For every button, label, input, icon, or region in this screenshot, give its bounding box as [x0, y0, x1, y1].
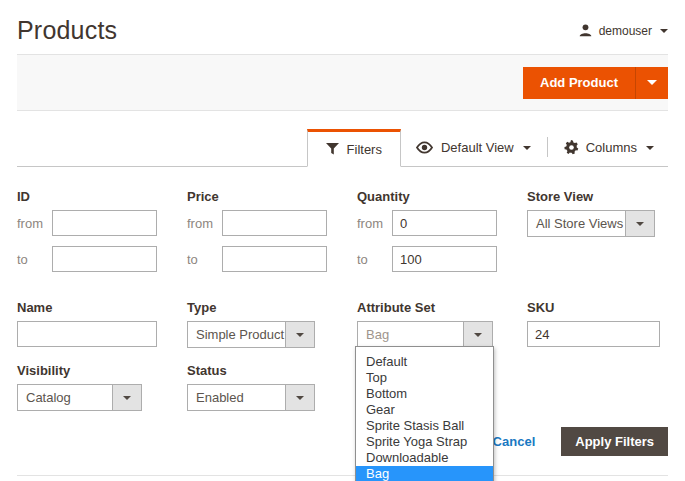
filter-field-type: Type Simple Product	[187, 300, 357, 348]
filter-field-name: Name	[17, 300, 187, 348]
filter-field-status: Status Enabled	[187, 363, 357, 411]
filter-field-id: ID from to	[17, 189, 187, 282]
visibility-select-button[interactable]	[112, 385, 141, 410]
sku-label: SKU	[527, 300, 668, 315]
price-from-label: from	[187, 216, 222, 231]
caret-down-icon	[523, 146, 531, 150]
id-to-label: to	[17, 252, 52, 267]
quantity-from-label: from	[357, 216, 392, 231]
controls-divider	[547, 137, 548, 157]
name-label: Name	[17, 300, 187, 315]
add-product-toggle-button[interactable]	[635, 67, 668, 99]
page-action-bar: Add Product	[17, 54, 668, 111]
default-view-control[interactable]: Default View	[401, 129, 545, 166]
visibility-select[interactable]: Catalog	[17, 384, 142, 411]
dropdown-option-selected[interactable]: Bag	[356, 466, 493, 481]
filter-funnel-icon	[326, 143, 339, 155]
admin-user-menu[interactable]: demouser	[578, 23, 668, 38]
caret-down-icon	[296, 396, 304, 400]
attribute-set-dropdown: Default Top Bottom Gear Sprite Stasis Ba…	[355, 346, 494, 481]
type-label: Type	[187, 300, 357, 315]
filter-field-sku: SKU	[527, 300, 668, 348]
caret-down-icon	[296, 333, 304, 337]
caret-down-icon	[646, 146, 654, 150]
columns-control[interactable]: Columns	[550, 129, 668, 166]
attribute-set-select[interactable]: Bag	[357, 321, 493, 348]
cancel-button[interactable]: Cancel	[493, 434, 536, 449]
dropdown-option[interactable]: Sprite Yoga Strap	[356, 434, 493, 450]
default-view-label: Default View	[441, 140, 514, 155]
quantity-to-input[interactable]	[392, 246, 497, 272]
user-icon	[578, 23, 593, 38]
type-value: Simple Product	[188, 322, 285, 347]
attribute-set-label: Attribute Set	[357, 300, 527, 315]
grid-controls: Filters Default View Columns	[17, 129, 668, 167]
products-page: Products demouser Add Product Filters	[0, 0, 685, 476]
type-select-button[interactable]	[285, 322, 314, 347]
dropdown-option[interactable]: Top	[356, 370, 493, 386]
filter-field-price: Price from to	[187, 189, 357, 282]
apply-filters-button[interactable]: Apply Filters	[561, 427, 668, 456]
price-from-input[interactable]	[222, 210, 327, 236]
price-label: Price	[187, 189, 357, 204]
visibility-label: Visibility	[17, 363, 187, 378]
id-from-label: from	[17, 216, 52, 231]
panel-bottom-divider	[17, 475, 668, 476]
dropdown-option[interactable]: Sprite Stasis Ball	[356, 418, 493, 434]
caret-down-icon	[636, 222, 644, 226]
status-select-button[interactable]	[285, 385, 314, 410]
store-view-label: Store View	[527, 189, 668, 204]
caret-down-icon	[660, 29, 668, 33]
id-label: ID	[17, 189, 187, 204]
store-view-select[interactable]: All Store Views	[527, 210, 655, 237]
add-product-split-button: Add Product	[523, 67, 668, 99]
visibility-value: Catalog	[18, 385, 112, 410]
filter-field-store-view: Store View All Store Views	[527, 189, 668, 282]
dropdown-option[interactable]: Default	[356, 354, 493, 370]
filters-panel: ID from to Price from to	[17, 167, 668, 476]
id-to-input[interactable]	[52, 246, 157, 272]
store-view-select-button[interactable]	[625, 211, 654, 236]
filter-field-attribute-set: Attribute Set Bag Default Top Bottom Gea…	[357, 300, 527, 348]
filter-field-quantity: Quantity from to	[357, 189, 527, 282]
attribute-set-select-button[interactable]	[463, 322, 492, 347]
caret-down-icon	[123, 396, 131, 400]
status-value: Enabled	[188, 385, 285, 410]
filters-row-1: ID from to Price from to	[17, 189, 668, 282]
quantity-from-input[interactable]	[392, 210, 497, 236]
status-label: Status	[187, 363, 357, 378]
page-header: Products demouser	[17, 0, 668, 50]
filters-row-2: Name Type Simple Product Attribute Set B…	[17, 300, 668, 348]
quantity-to-label: to	[357, 252, 392, 267]
store-view-value: All Store Views	[528, 211, 625, 236]
sku-input[interactable]	[527, 321, 660, 347]
caret-down-icon	[474, 333, 482, 337]
add-product-button[interactable]: Add Product	[523, 67, 635, 99]
type-select[interactable]: Simple Product	[187, 321, 315, 348]
id-from-input[interactable]	[52, 210, 157, 236]
gear-icon	[564, 140, 579, 155]
tab-filters[interactable]: Filters	[307, 129, 401, 167]
columns-label: Columns	[586, 140, 637, 155]
name-input[interactable]	[17, 321, 157, 347]
price-to-label: to	[187, 252, 222, 267]
tab-filters-label: Filters	[347, 142, 382, 157]
dropdown-option[interactable]: Bottom	[356, 386, 493, 402]
price-to-input[interactable]	[222, 246, 327, 272]
filter-actions: Cancel Apply Filters	[17, 427, 668, 456]
dropdown-option[interactable]: Gear	[356, 402, 493, 418]
page-title: Products	[17, 16, 117, 45]
eye-icon	[415, 141, 434, 154]
dropdown-option[interactable]: Downloadable	[356, 450, 493, 466]
filter-field-visibility: Visibility Catalog	[17, 363, 187, 411]
quantity-label: Quantity	[357, 189, 527, 204]
status-select[interactable]: Enabled	[187, 384, 315, 411]
user-name: demouser	[599, 24, 652, 38]
caret-down-icon	[647, 80, 657, 85]
filters-row-3: Visibility Catalog Status Enabled	[17, 363, 668, 411]
attribute-set-value: Bag	[358, 322, 463, 347]
